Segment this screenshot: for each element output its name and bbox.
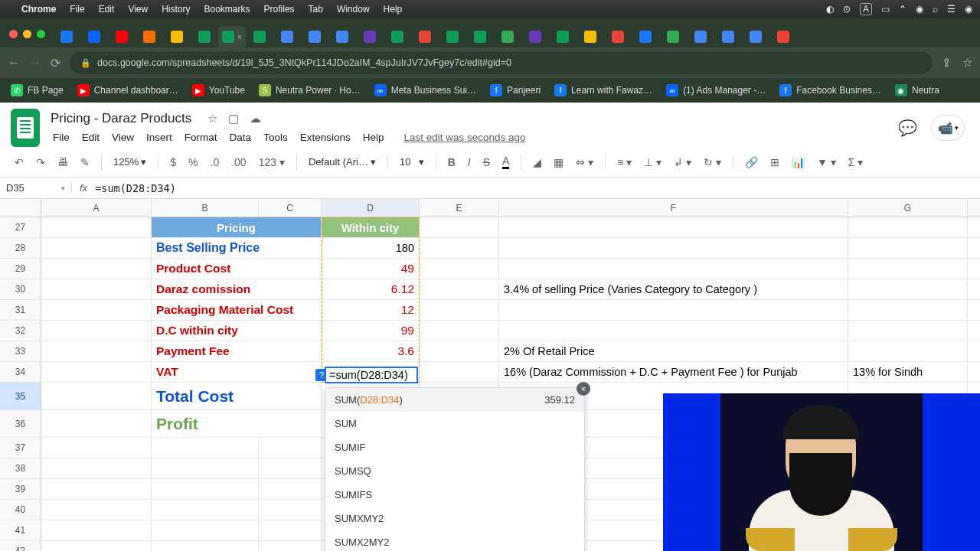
bookmark-item[interactable]: ∞Meta Business Sui… [370, 82, 481, 99]
cell[interactable] [499, 300, 848, 320]
cell[interactable] [848, 321, 968, 341]
address-bar[interactable]: 🔒 docs.google.com/spreadsheets/d/19l_5J5… [70, 51, 933, 74]
select-all-corner[interactable] [0, 199, 41, 217]
browser-tab[interactable] [632, 26, 659, 47]
row-header[interactable]: 31 [0, 300, 41, 320]
browser-tab[interactable] [273, 26, 301, 47]
cell[interactable] [420, 362, 499, 382]
browser-tab[interactable] [191, 26, 218, 47]
filter-icon[interactable]: ▼ ▾ [813, 153, 840, 171]
browser-tab[interactable] [742, 26, 769, 47]
comment-icon[interactable]: ⊞ [766, 153, 783, 171]
cell[interactable]: Within city [322, 217, 420, 237]
zoom-select[interactable]: 125% ▾ [109, 153, 150, 171]
row-header[interactable]: 30 [0, 279, 41, 299]
font-family-select[interactable]: Default (Ari… ▾ [305, 153, 380, 171]
bookmark-item[interactable]: ✆FB Page [6, 82, 68, 99]
col-header[interactable]: C [259, 199, 322, 217]
menubar-window[interactable]: Window [337, 4, 370, 15]
browser-tab[interactable] [80, 26, 108, 47]
back-icon[interactable]: ← [8, 56, 20, 70]
cell[interactable] [41, 279, 152, 299]
col-header[interactable]: F [499, 199, 848, 217]
cell[interactable]: Payment Fee [152, 341, 322, 361]
suggest-item[interactable]: SUM [325, 412, 584, 435]
row-header[interactable]: 35 [0, 383, 41, 409]
battery-icon[interactable]: ▭ [881, 4, 890, 15]
cell[interactable] [259, 458, 322, 478]
cell[interactable] [420, 300, 499, 320]
menubar-history[interactable]: History [162, 4, 190, 15]
cell[interactable] [848, 341, 968, 361]
merge-icon[interactable]: ⇔ ▾ [572, 153, 597, 171]
suggest-item[interactable]: SUMXMY2 [325, 507, 584, 530]
cell[interactable]: Total Cost [152, 383, 322, 409]
cell[interactable] [420, 238, 499, 258]
browser-tab[interactable] [466, 26, 494, 47]
star-icon[interactable]: ☆ [962, 56, 972, 70]
browser-tab[interactable] [328, 26, 356, 47]
close-icon[interactable]: × [577, 382, 590, 396]
paint-format-icon[interactable]: ✎ [77, 153, 93, 171]
cell[interactable] [41, 321, 152, 341]
window-controls[interactable] [9, 30, 45, 38]
cell[interactable] [259, 479, 322, 499]
menu-help[interactable]: Help [358, 129, 390, 145]
browser-tab[interactable] [714, 26, 742, 47]
browser-tab[interactable] [356, 26, 384, 47]
valign-icon[interactable]: ⊥ ▾ [640, 153, 665, 171]
browser-tab[interactable] [769, 26, 797, 47]
cell[interactable] [259, 500, 322, 520]
cell[interactable] [420, 259, 499, 279]
menubar-app[interactable]: Chrome [21, 4, 56, 15]
bookmark-item[interactable]: fLearn with Fawaz… [550, 82, 657, 99]
cell[interactable] [41, 300, 152, 320]
chart-icon[interactable]: 📊 [788, 153, 808, 171]
italic-icon[interactable]: I [464, 153, 475, 171]
cell[interactable]: 6.12 [322, 279, 420, 299]
last-edit-link[interactable]: Last edit was seconds ago [398, 129, 531, 145]
menu-file[interactable]: File [47, 129, 75, 145]
suggest-item[interactable]: SUMIF [325, 435, 584, 459]
row-header[interactable]: 34 [0, 362, 41, 382]
browser-tab[interactable] [53, 26, 80, 47]
browser-tab[interactable] [246, 26, 273, 47]
minimize-window-icon[interactable] [23, 30, 31, 38]
cell[interactable] [848, 259, 968, 279]
menubar-file[interactable]: File [70, 4, 84, 15]
menu-data[interactable]: Data [224, 129, 257, 145]
cell[interactable] [152, 520, 259, 540]
cell[interactable]: 3.4% of selling Price (Varies Category t… [499, 279, 848, 299]
suggest-item[interactable]: SUM(D28:D34) 359.12 [325, 388, 584, 412]
print-icon[interactable]: 🖶 [54, 153, 72, 171]
font-size-select[interactable]: 10 ▾ [396, 153, 428, 171]
decrease-decimal-icon[interactable]: .0 [207, 153, 224, 171]
cell[interactable] [499, 238, 848, 258]
redo-icon[interactable]: ↷ [32, 153, 49, 171]
halign-icon[interactable]: ≡ ▾ [613, 153, 635, 171]
menu-insert[interactable]: Insert [141, 129, 178, 145]
browser-tab[interactable] [549, 26, 577, 47]
meet-button[interactable]: 📹▾ [931, 115, 965, 141]
browser-tab[interactable] [577, 26, 604, 47]
maximize-window-icon[interactable] [37, 30, 45, 38]
cell[interactable] [152, 438, 259, 458]
cell[interactable]: Profit [152, 410, 322, 437]
cell[interactable] [41, 458, 152, 478]
row-header[interactable]: 33 [0, 341, 41, 361]
menubar-profiles[interactable]: Profiles [264, 4, 295, 15]
row-header[interactable]: 29 [0, 259, 41, 279]
cell[interactable] [41, 410, 152, 437]
menu-extensions[interactable]: Extensions [295, 129, 356, 145]
name-box[interactable]: D35▾ [0, 182, 72, 194]
cell[interactable] [41, 520, 152, 540]
control-center-icon[interactable]: ☰ [947, 4, 956, 15]
cell[interactable] [499, 259, 848, 279]
bold-icon[interactable]: B [444, 153, 459, 171]
status-icon[interactable]: ⊙ [843, 4, 851, 15]
col-header[interactable]: D [322, 199, 420, 217]
menu-edit[interactable]: Edit [77, 129, 105, 145]
bookmark-item[interactable]: SNeutra Power · Ho… [254, 82, 365, 99]
browser-tab[interactable] [659, 26, 687, 47]
cell[interactable] [41, 541, 152, 551]
